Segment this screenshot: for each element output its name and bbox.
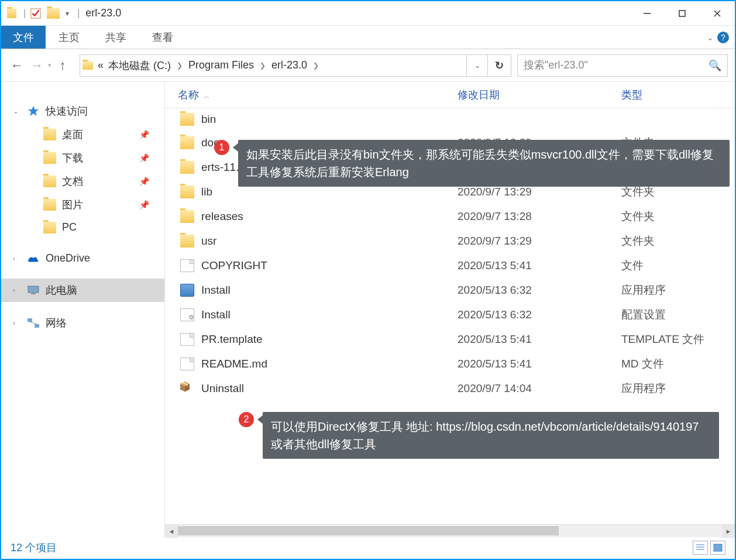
column-header-name[interactable]: 名称︿: [165, 88, 458, 102]
file-name: README.md: [201, 358, 267, 370]
sidebar-item-pc[interactable]: PC: [1, 217, 164, 238]
nav-bar: ← → ▾ ↑ « 本地磁盘 (C:) ❯ Program Files ❯ er…: [1, 49, 735, 82]
qat-dropdown-icon[interactable]: ▾: [66, 9, 69, 18]
details-view-button[interactable]: [693, 541, 708, 555]
file-name: lib: [201, 185, 212, 198]
folder-icon: [43, 199, 56, 211]
tab-home[interactable]: 主页: [46, 26, 92, 49]
chevron-right-icon[interactable]: ›: [13, 286, 15, 294]
sidebar-item-label: 网络: [46, 316, 67, 330]
file-row[interactable]: PR.template2020/5/13 5:41TEMPLATE 文件: [165, 327, 735, 352]
cloud-icon: [27, 253, 40, 264]
file-row[interactable]: Uninstall2020/9/7 14:04应用程序: [165, 376, 735, 401]
sidebar-item-network[interactable]: › 网络: [1, 311, 164, 335]
file-date: 2020/9/7 14:04: [458, 382, 621, 395]
sidebar-item-documents[interactable]: 文档📌: [1, 170, 164, 193]
column-headers: 名称︿ 修改日期 类型: [165, 82, 735, 108]
chevron-right-icon[interactable]: ❯: [173, 61, 186, 70]
column-header-date[interactable]: 修改日期: [458, 88, 621, 102]
file-type-icon: [180, 308, 194, 321]
file-date: 2020/9/7 13:29: [458, 185, 621, 198]
chevron-right-icon[interactable]: ❯: [309, 61, 322, 70]
svg-rect-14: [714, 544, 722, 551]
thumbnails-view-button[interactable]: [710, 541, 725, 555]
file-row[interactable]: bin: [165, 108, 735, 130]
file-type-icon: [180, 259, 194, 272]
file-row[interactable]: releases2020/9/7 13:28文件夹: [165, 204, 735, 229]
sidebar-item-quick-access[interactable]: ⌄ 快速访问: [1, 99, 164, 123]
scrollbar-thumb[interactable]: [178, 526, 559, 535]
check-icon[interactable]: [30, 8, 41, 19]
chevron-down-icon[interactable]: ⌄: [13, 107, 19, 115]
address-bar[interactable]: « 本地磁盘 (C:) ❯ Program Files ❯ erl-23.0 ❯…: [80, 54, 511, 77]
scrollbar-track[interactable]: [178, 525, 722, 537]
file-type-icon: [180, 333, 194, 346]
folder-icon: [43, 176, 56, 187]
sidebar-item-label: 图片: [62, 198, 83, 212]
chevron-right-icon[interactable]: ›: [13, 319, 15, 327]
svg-rect-6: [28, 286, 39, 293]
sidebar-item-onedrive[interactable]: › OneDrive: [1, 248, 164, 269]
navigation-pane: ⌄ 快速访问 桌面📌 下载📌 文档📌 图片📌 PC › OneDrive › 此…: [1, 82, 165, 537]
sidebar-item-label: 此电脑: [46, 283, 77, 297]
breadcrumb-item[interactable]: 本地磁盘 (C:): [106, 59, 173, 73]
maximize-button[interactable]: [665, 4, 700, 23]
help-button[interactable]: ?: [717, 32, 729, 43]
breadcrumb-item[interactable]: Program Files: [186, 59, 256, 71]
file-type: 应用程序: [621, 283, 735, 298]
file-row[interactable]: usr2020/9/7 13:29文件夹: [165, 229, 735, 253]
forward-button[interactable]: →: [28, 57, 46, 74]
separator: |: [23, 8, 26, 19]
file-row[interactable]: Install2020/5/13 6:32应用程序: [165, 278, 735, 303]
chevron-right-icon[interactable]: ❯: [256, 61, 269, 70]
file-type-icon: [180, 161, 194, 174]
file-type: TEMPLATE 文件: [621, 332, 735, 347]
search-input[interactable]: [524, 59, 709, 71]
folder-icon: [82, 61, 93, 70]
folder-icon: [43, 129, 56, 140]
horizontal-scrollbar[interactable]: ◄ ►: [165, 524, 735, 537]
file-type: 应用程序: [621, 381, 735, 396]
folder-icon[interactable]: [47, 8, 60, 19]
sidebar-item-pictures[interactable]: 图片📌: [1, 193, 164, 217]
history-dropdown-icon[interactable]: ▾: [48, 61, 51, 69]
file-name: usr: [201, 235, 216, 248]
column-header-type[interactable]: 类型: [621, 88, 735, 102]
file-type: 文件夹: [621, 209, 735, 224]
pin-icon: 📌: [139, 177, 149, 186]
up-button[interactable]: ↑: [54, 57, 71, 74]
folder-icon: [7, 9, 16, 18]
address-dropdown-icon[interactable]: ⌄: [466, 55, 487, 76]
file-tab[interactable]: 文件: [1, 26, 46, 49]
refresh-button[interactable]: ↻: [487, 55, 511, 76]
sidebar-item-label: 快速访问: [46, 104, 88, 118]
file-name: bin: [201, 113, 216, 126]
chevron-right-icon[interactable]: ›: [13, 255, 15, 263]
sidebar-item-this-pc[interactable]: › 此电脑: [1, 279, 164, 302]
svg-rect-2: [679, 11, 685, 16]
file-name: releases: [201, 210, 243, 223]
file-row[interactable]: COPYRIGHT2020/5/13 5:41文件: [165, 253, 735, 278]
search-box[interactable]: 🔍: [517, 54, 728, 77]
file-date: 2020/5/13 5:41: [458, 259, 621, 272]
item-count: 12 个项目: [11, 541, 57, 555]
scroll-left-button[interactable]: ◄: [165, 525, 178, 538]
sidebar-item-downloads[interactable]: 下载📌: [1, 146, 164, 170]
back-button[interactable]: ←: [8, 57, 26, 74]
file-row[interactable]: Install2020/5/13 6:32配置设置: [165, 303, 735, 327]
window-title: erl-23.0: [85, 7, 121, 19]
sidebar-item-desktop[interactable]: 桌面📌: [1, 123, 164, 146]
file-type-icon: [180, 382, 194, 395]
close-button[interactable]: [700, 4, 735, 23]
file-row[interactable]: README.md2020/5/13 5:41MD 文件: [165, 352, 735, 376]
scroll-right-button[interactable]: ►: [722, 525, 735, 538]
chevron-down-icon[interactable]: ⌄: [707, 33, 714, 42]
minimize-button[interactable]: [630, 4, 665, 23]
file-type-icon: [180, 235, 194, 248]
search-icon[interactable]: 🔍: [709, 59, 721, 72]
title-bar: | ▾ | erl-23.0: [1, 1, 735, 26]
breadcrumb-item[interactable]: erl-23.0: [269, 59, 309, 71]
tab-share[interactable]: 共享: [92, 26, 139, 49]
tab-view[interactable]: 查看: [139, 26, 186, 49]
file-date: 2020/9/7 13:29: [458, 235, 621, 248]
